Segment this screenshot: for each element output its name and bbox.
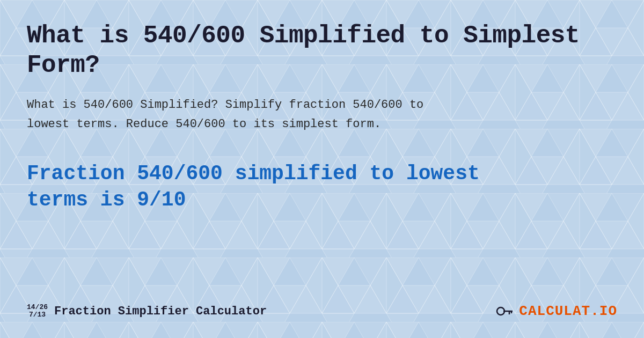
page-title: What is 540/600 Simplified to Simplest F… [27,21,617,80]
footer-calculator-label: Fraction Simplifier Calculator [54,305,267,318]
description-text: What is 540/600 Simplified? Simplify fra… [27,95,445,133]
logo-accent-text: .IO [590,303,617,319]
logo-text: CALCULAT.IO [519,303,617,319]
logo-icon [493,300,515,322]
result-text: Fraction 540/600 simplified to lowest te… [27,160,510,214]
footer-fraction: 14/26 7/13 [27,304,48,319]
logo-main-text: CALCULAT [519,303,590,319]
svg-point-10 [497,307,504,315]
logo: CALCULAT.IO [493,300,617,322]
